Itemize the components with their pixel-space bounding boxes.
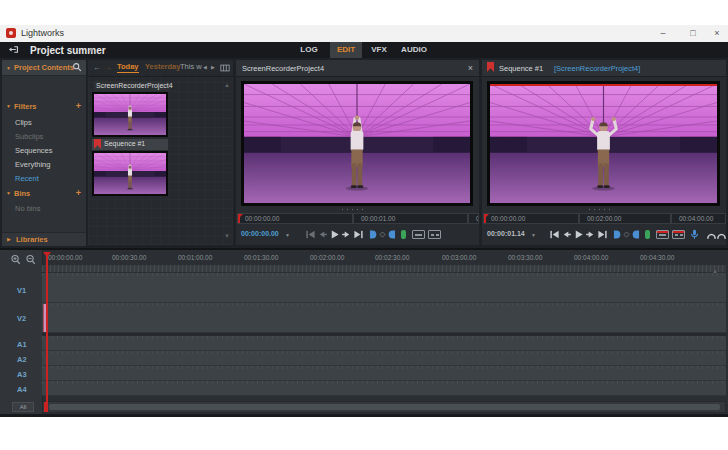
insert-edit-button[interactable] [656,230,669,239]
tab-scroll-right-icon[interactable]: ▶ [211,64,215,70]
source-viewer-header[interactable]: ScreenRecorderProject4 × [236,60,479,77]
tab-vfx[interactable]: VFX [366,42,392,58]
sequence-tile[interactable]: Sequence #1 [92,139,168,197]
go-to-end-button[interactable] [353,229,364,240]
zoom-out-icon[interactable] [25,254,36,265]
tab-log[interactable]: LOG [296,42,322,58]
project-contents-header[interactable]: ▼ Project Contents [2,60,86,76]
track-label-v2[interactable]: V2 [17,314,26,323]
history-back-icon[interactable]: ← [93,63,101,72]
source-video[interactable] [244,84,470,203]
exit-project-icon[interactable] [8,44,19,55]
mark-cell[interactable]: 00:02:00.00 [579,213,671,224]
go-to-start-button[interactable] [305,229,316,240]
all-tracks-button[interactable]: All [12,402,34,412]
source-timecode[interactable]: 00:00:00.00 [241,230,279,237]
step-forward-button[interactable] [585,229,596,240]
track-v1[interactable] [42,273,726,303]
timecode-caret-icon[interactable]: ▼ [531,232,536,238]
minimize-button[interactable]: – [652,27,674,40]
track-label-v1[interactable]: V1 [17,286,26,295]
collapse-icon[interactable]: ▼ [6,100,11,113]
track-label-a2[interactable]: A2 [17,355,27,364]
tab-audio[interactable]: AUDIO [396,42,432,58]
step-forward-button[interactable] [341,229,352,240]
close-viewer-icon[interactable]: × [468,63,473,73]
close-button[interactable]: × [706,27,728,40]
track-a4[interactable] [42,381,726,396]
tab-scroll-left-icon[interactable]: ◀ [203,64,207,70]
zoom-in-icon[interactable] [10,254,21,265]
mark-cell[interactable]: 00:00:00.00 [237,213,353,224]
timeline-scrollbar-thumb[interactable] [49,404,720,410]
maximize-button[interactable]: □ [682,27,704,40]
track-label-a1[interactable]: A1 [17,340,27,349]
mark-cell[interactable]: 00 [468,213,479,224]
tab-edit[interactable]: EDIT [330,42,362,58]
project-caret-icon[interactable]: ▼ [88,47,94,53]
play-button[interactable] [573,229,584,240]
source-marks-bar[interactable]: 00:00:00.00 00:00:01.00 00 [237,213,479,224]
voiceover-mic-button[interactable] [689,229,700,240]
mark-cell[interactable]: 00:00:00.00 [483,213,579,224]
browser-tab-this-week[interactable]: This w [180,62,202,71]
ruler-tick-strip[interactable] [42,265,726,272]
sidebar-section-libraries[interactable]: ▶ Libraries [2,232,86,246]
scroll-down-icon[interactable]: ▼ [224,233,230,239]
mark-out-button[interactable] [631,229,642,240]
browser-tab-today[interactable]: Today [117,62,139,73]
replace-edit-button[interactable] [428,230,441,239]
go-to-end-button[interactable] [597,229,608,240]
track-a3[interactable] [42,366,726,381]
go-to-start-button[interactable] [549,229,560,240]
step-back-button[interactable] [317,229,328,240]
add-bin-button[interactable]: + [76,187,81,200]
replace-edit-button[interactable] [672,230,685,239]
insert-edit-button[interactable] [412,230,425,239]
sidebar-section-bins[interactable]: ▼ Bins + [2,187,86,200]
track-v2[interactable] [42,303,726,333]
mark-cell[interactable]: 00:04:00.00 [671,213,726,224]
sidebar-item-sequences[interactable]: Sequences [2,144,99,157]
timecode-caret-icon[interactable]: ▼ [285,232,290,238]
search-icon[interactable] [72,62,82,72]
playhead-tick[interactable] [484,214,486,223]
add-filter-button[interactable]: + [76,100,81,113]
sidebar-item-clips[interactable]: Clips [2,116,99,129]
playhead-tick[interactable] [238,214,240,223]
sequence-viewer-header[interactable]: Sequence #1 [ScreenRecorderProject4] [482,60,726,77]
track-a1[interactable] [42,336,726,351]
track-a2[interactable] [42,351,726,366]
mark-cell[interactable]: 00:00:01.00 [353,213,468,224]
clip-tile[interactable]: ScreenRecorderProject4 [92,81,168,137]
scroll-up-icon[interactable]: ▲ [224,82,230,88]
expand-icon[interactable]: ▶ [7,233,11,246]
panel-resize-handle[interactable] [340,208,364,211]
mark-out-button[interactable] [387,229,398,240]
sequence-marks-bar[interactable]: 00:00:00.00 00:02:00.00 00:04:00.00 [483,213,726,224]
sequence-timecode[interactable]: 00:00:01.14 [487,230,525,237]
sidebar-item-recent[interactable]: Recent [2,172,99,185]
collapse-icon[interactable]: ▼ [6,187,11,200]
sequence-source-link[interactable]: [ScreenRecorderProject4] [554,64,640,73]
browser-tab-yesterday[interactable]: Yesterday [145,62,180,71]
record-indicator[interactable] [401,230,406,239]
record-indicator[interactable] [645,230,650,239]
track-label-a3[interactable]: A3 [17,370,27,379]
track-label-a4[interactable]: A4 [17,385,27,394]
sidebar-item-everything[interactable]: Everything [2,158,99,171]
collapse-icon[interactable]: ▼ [6,65,11,71]
sequence-thumbnail[interactable] [92,151,168,196]
timeline-playhead[interactable] [46,252,48,412]
step-back-button[interactable] [561,229,572,240]
history-forward-icon[interactable]: → [104,63,112,72]
play-button[interactable] [329,229,340,240]
project-title[interactable]: Project summer [30,45,106,56]
sequence-video[interactable] [490,84,717,203]
clip-thumbnail[interactable] [92,92,168,137]
sidebar-section-filters[interactable]: ▼ Filters + [2,100,86,113]
view-mode-grid-icon[interactable] [220,63,230,73]
sidebar-item-subclips[interactable]: Subclips [2,130,99,143]
redo-button[interactable] [716,229,727,240]
panel-resize-handle[interactable] [587,208,611,211]
